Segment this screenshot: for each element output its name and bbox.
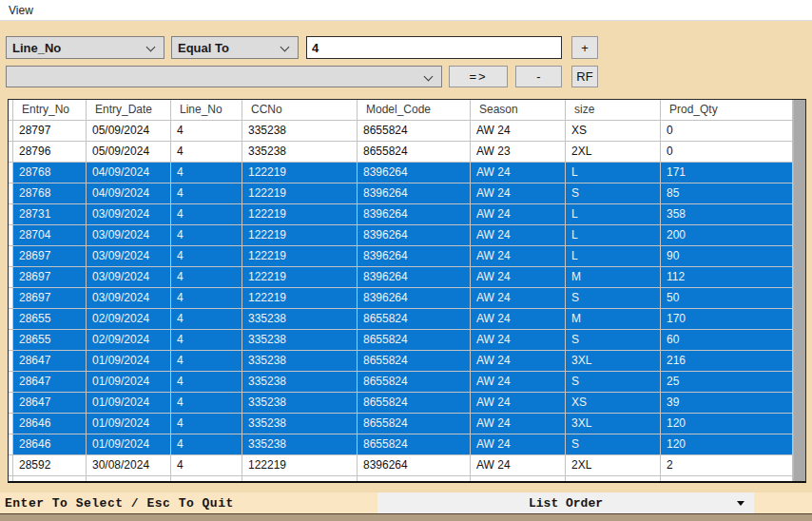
table-cell[interactable]: 05/09/2024	[87, 121, 171, 142]
table-cell[interactable]: 122219	[242, 163, 358, 183]
table-cell[interactable]: 39	[661, 393, 793, 414]
table-cell[interactable]: 8655824	[358, 121, 471, 142]
table-cell[interactable]: 28697	[13, 246, 87, 267]
table-cell[interactable]: 4	[171, 142, 242, 163]
table-cell[interactable]: 4	[171, 434, 242, 455]
table-cell[interactable]: 90	[661, 246, 793, 267]
table-cell[interactable]: 200	[661, 225, 793, 246]
table-cell[interactable]: AW 24	[471, 121, 566, 142]
table-cell[interactable]: 8655824	[358, 372, 471, 393]
table-cell[interactable]: M	[566, 267, 661, 288]
table-cell[interactable]: 122219	[242, 267, 358, 288]
table-row[interactable]: 2865502/09/202443352388655824AW 24S60	[9, 330, 793, 351]
table-cell[interactable]: 4	[171, 309, 242, 330]
table-cell[interactable]: 8655824	[358, 393, 471, 414]
table-cell[interactable]: 28647	[13, 372, 87, 393]
table-cell[interactable]: 28655	[13, 309, 87, 330]
table-row[interactable]: 2864701/09/202443352388655824AW 243XL216	[9, 351, 793, 372]
table-cell[interactable]: 216	[661, 351, 793, 372]
table-cell[interactable]: 4	[171, 225, 242, 246]
table-cell[interactable]: 28647	[13, 393, 87, 414]
table-cell[interactable]: 01/09/2024	[87, 414, 171, 434]
table-cell[interactable]: 28647	[13, 351, 87, 372]
table-cell[interactable]: AW 24	[471, 330, 566, 351]
table-cell[interactable]: L	[566, 246, 661, 267]
table-cell[interactable]: 01/09/2024	[87, 393, 171, 414]
list-order-select[interactable]: List Order	[377, 492, 754, 513]
table-cell[interactable]: L	[566, 225, 661, 246]
table-row[interactable]: 2864601/09/202443352388655824AW 24S120	[9, 434, 793, 455]
table-cell[interactable]: 8655824	[358, 434, 471, 455]
table-cell[interactable]: 05/09/2024	[87, 142, 171, 163]
table-cell[interactable]: 4	[171, 351, 242, 372]
table-cell[interactable]: M	[566, 309, 661, 330]
table-cell[interactable]: 170	[661, 309, 793, 330]
table-cell[interactable]: 335238	[242, 309, 358, 330]
table-cell[interactable]: AW 24	[471, 372, 566, 393]
table-cell[interactable]: L	[566, 163, 661, 183]
table-cell[interactable]: 28704	[13, 225, 87, 246]
table-cell[interactable]: 8655824	[358, 414, 471, 434]
table-cell[interactable]: 28796	[13, 142, 87, 163]
table-cell[interactable]: 335238	[242, 414, 358, 434]
table-row[interactable]: 2873103/09/202441222198396264AW 24L358	[9, 204, 793, 225]
table-cell[interactable]: 112	[661, 267, 793, 288]
table-cell[interactable]: 01/09/2024	[87, 351, 171, 372]
table-cell[interactable]: 4	[171, 455, 242, 476]
table-cell[interactable]: 4	[171, 414, 242, 434]
table-cell[interactable]: 3XL	[566, 414, 661, 434]
table-cell[interactable]: 122219	[242, 183, 358, 204]
table-cell[interactable]: 4	[171, 267, 242, 288]
table-row[interactable]: 2876804/09/202441222198396264AW 24S85	[9, 183, 793, 204]
table-cell[interactable]: 335238	[242, 330, 358, 351]
table-cell[interactable]: 8396264	[358, 246, 471, 267]
table-cell[interactable]: 02/09/2024	[87, 309, 171, 330]
table-cell[interactable]: 28731	[13, 204, 87, 225]
table-cell[interactable]: 4	[171, 330, 242, 351]
table-cell[interactable]: 8396264	[358, 225, 471, 246]
table-cell[interactable]: 335238	[242, 393, 358, 414]
table-cell[interactable]: 04/09/2024	[87, 183, 171, 204]
table-header-cell[interactable]: Season	[471, 100, 566, 121]
table-cell[interactable]: 335238	[242, 121, 358, 142]
table-cell[interactable]: 28768	[13, 163, 87, 183]
table-cell[interactable]: 171	[661, 163, 793, 183]
refresh-button[interactable]: RF	[571, 66, 598, 87]
table-cell[interactable]: 4	[171, 183, 242, 204]
table-row[interactable]: 2859230/08/202441222198396264AW 242XL2	[9, 455, 793, 476]
table-cell[interactable]: 4	[171, 246, 242, 267]
table-cell[interactable]: 30/08/2024	[87, 455, 171, 476]
table-cell[interactable]: 01/09/2024	[87, 372, 171, 393]
table-cell[interactable]: AW 24	[471, 351, 566, 372]
table-row[interactable]: 2869703/09/202441222198396264AW 24M112	[9, 267, 793, 288]
table-cell[interactable]: 28646	[13, 434, 87, 455]
table-cell[interactable]: AW 24	[471, 267, 566, 288]
table-cell[interactable]: 4	[171, 204, 242, 225]
table-cell[interactable]: 4	[171, 121, 242, 142]
table-cell[interactable]: S	[566, 288, 661, 309]
table-cell[interactable]: 8655824	[358, 351, 471, 372]
table-cell[interactable]: 2XL	[566, 455, 661, 476]
table-cell[interactable]: 0	[661, 121, 793, 142]
table-cell[interactable]: 28592	[13, 455, 87, 476]
table-cell[interactable]: 28797	[13, 121, 87, 142]
table-cell[interactable]: 04/09/2024	[87, 163, 171, 183]
table-cell[interactable]: 0	[661, 142, 793, 163]
table-cell[interactable]: 2XL	[566, 142, 661, 163]
table-cell[interactable]: L	[566, 204, 661, 225]
table-cell[interactable]: S	[566, 434, 661, 455]
table-header-cell[interactable]: Prod_Qty	[661, 100, 793, 121]
table-row[interactable]: 2876804/09/202441222198396264AW 24L171	[9, 163, 793, 183]
table-cell[interactable]: 358	[661, 204, 793, 225]
table-header-cell[interactable]: Model_Code	[358, 100, 471, 121]
table-row[interactable]: 2864701/09/202443352388655824AW 24XS39	[9, 393, 793, 414]
table-cell[interactable]: 335238	[242, 434, 358, 455]
table-header-cell[interactable]: size	[566, 100, 661, 121]
table-cell[interactable]: 03/09/2024	[87, 267, 171, 288]
table-row[interactable]: 2869703/09/202441222198396264AW 24L90	[9, 246, 793, 267]
filter-value-input[interactable]	[306, 36, 562, 59]
table-row[interactable]: 2879705/09/202443352388655824AW 24XS0	[9, 121, 793, 142]
table-cell[interactable]: AW 24	[471, 309, 566, 330]
table-cell[interactable]: 120	[661, 414, 793, 434]
table-cell[interactable]: 122219	[242, 204, 358, 225]
